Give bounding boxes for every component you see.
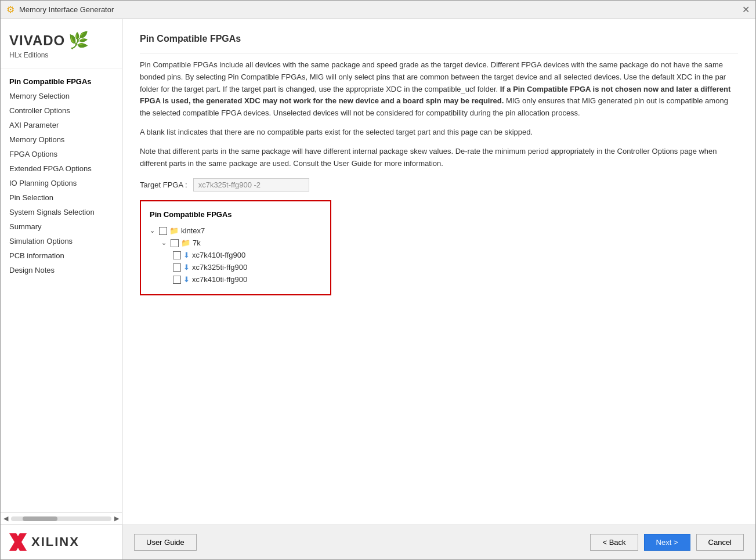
description-1: Pin Compatible FPGAs include all devices…: [140, 59, 738, 120]
sidebar-item-pcb-information[interactable]: PCB information: [1, 248, 122, 263]
vivado-brand-text: VIVADO: [9, 32, 65, 49]
tree-row-kintex7: ⌄ 📁 kintex7: [150, 225, 321, 237]
footer: User Guide < Back Next > Cancel: [122, 525, 755, 559]
fpga-box-title: Pin Compatible FPGAs: [150, 210, 321, 219]
sidebar-item-fpga-options[interactable]: FPGA Options: [1, 147, 122, 161]
main-window: ⚙ Memory Interface Generator ✕ VIVADO 🌿 …: [0, 0, 756, 560]
7k-label: 7k: [193, 239, 201, 247]
description-3: Note that different parts in the same pa…: [140, 146, 738, 170]
xc7k410ti-label: xc7k410ti-ffg900: [192, 275, 247, 284]
app-icon: ⚙: [6, 4, 15, 15]
sidebar-item-pin-compatible-fpgas[interactable]: Pin Compatible FPGAs: [1, 74, 122, 89]
scroll-right-button[interactable]: ▶: [114, 515, 119, 522]
sidebar: VIVADO 🌿 HLx Editions Pin Compatible FPG…: [1, 19, 122, 559]
nav-list: Pin Compatible FPGAs Memory Selection Co…: [1, 68, 122, 512]
user-guide-button[interactable]: User Guide: [134, 534, 197, 551]
target-fpga-input[interactable]: [193, 178, 309, 192]
main-content: VIVADO 🌿 HLx Editions Pin Compatible FPG…: [1, 19, 755, 559]
content-area: Pin Compatible FPGAs Pin Compatible FPGA…: [122, 19, 755, 559]
xilinx-x-icon: [9, 533, 27, 551]
leaf-icon: 🌿: [68, 31, 89, 50]
xilinx-brand-text: XILINX: [31, 534, 79, 550]
sidebar-logo: VIVADO 🌿 HLx Editions: [1, 19, 122, 68]
tree-root: ⌄ 📁 kintex7 ⌄ 📁 7k: [150, 225, 321, 286]
7k-toggle[interactable]: ⌄: [161, 239, 168, 247]
back-button[interactable]: < Back: [590, 534, 638, 551]
sidebar-xilinx-logo: XILINX: [1, 524, 122, 559]
sidebar-item-pin-selection[interactable]: Pin Selection: [1, 190, 122, 205]
tree-row-xc7k410t: ⬇ xc7k410t-ffg900: [173, 249, 321, 261]
sidebar-item-memory-selection[interactable]: Memory Selection: [1, 89, 122, 103]
xc7k410t-checkbox[interactable]: [173, 251, 181, 259]
sidebar-item-memory-options[interactable]: Memory Options: [1, 132, 122, 147]
description-2: A blank list indicates that there are no…: [140, 127, 738, 139]
xc7k325ti-label: xc7k325ti-ffg900: [192, 263, 247, 272]
tree-row-xc7k410ti: ⬇ xc7k410ti-ffg900: [173, 273, 321, 286]
content-inner: Pin Compatible FPGAs Pin Compatible FPGA…: [122, 19, 755, 525]
footer-left: User Guide: [134, 534, 197, 551]
target-fpga-label: Target FPGA :: [140, 180, 187, 189]
sidebar-item-summary[interactable]: Summary: [1, 219, 122, 234]
sidebar-scrollbar: ◀ ▶: [1, 512, 122, 524]
sidebar-item-design-notes[interactable]: Design Notes: [1, 263, 122, 277]
vivado-logo: VIVADO 🌿: [9, 31, 113, 50]
xc7k410t-file-icon: ⬇: [183, 251, 190, 259]
window-title: Memory Interface Generator: [19, 5, 114, 14]
xc7k410ti-file-icon: ⬇: [183, 275, 190, 284]
sidebar-item-system-signals-selection[interactable]: System Signals Selection: [1, 205, 122, 219]
scroll-track[interactable]: [11, 516, 111, 521]
sidebar-item-simulation-options[interactable]: Simulation Options: [1, 234, 122, 248]
hlx-editions-text: HLx Editions: [9, 51, 113, 59]
kintex7-checkbox[interactable]: [159, 227, 167, 235]
target-fpga-row: Target FPGA :: [140, 178, 738, 192]
sidebar-item-extended-fpga-options[interactable]: Extended FPGA Options: [1, 161, 122, 176]
kintex7-folder-icon: 📁: [169, 226, 179, 235]
xc7k325ti-checkbox[interactable]: [173, 263, 181, 272]
close-button[interactable]: ✕: [742, 4, 750, 15]
fpga-compatible-box: Pin Compatible FPGAs ⌄ 📁 kintex7: [140, 200, 331, 295]
tree-row-7k: ⌄ 📁 7k: [161, 237, 321, 249]
titlebar: ⚙ Memory Interface Generator ✕: [1, 1, 755, 19]
sidebar-item-io-planning-options[interactable]: IO Planning Options: [1, 176, 122, 190]
scroll-thumb: [23, 516, 57, 521]
7k-folder-icon: 📁: [181, 239, 190, 247]
cancel-button[interactable]: Cancel: [696, 534, 744, 551]
sidebar-item-controller-options[interactable]: Controller Options: [1, 103, 122, 118]
footer-right: < Back Next > Cancel: [590, 534, 744, 551]
scroll-left-button[interactable]: ◀: [3, 515, 8, 522]
sidebar-item-axi-parameter[interactable]: AXI Parameter: [1, 118, 122, 132]
7k-children: ⬇ xc7k410t-ffg900 ⬇ xc7k325ti-ffg900: [173, 249, 321, 286]
7k-checkbox[interactable]: [171, 239, 179, 247]
titlebar-left: ⚙ Memory Interface Generator: [6, 4, 114, 15]
kintex7-label: kintex7: [181, 226, 205, 235]
title-separator: [140, 53, 738, 53]
kintex7-children: ⌄ 📁 7k ⬇ xc7k410: [161, 237, 321, 286]
page-title: Pin Compatible FPGAs: [140, 34, 738, 44]
xilinx-logo: XILINX: [9, 533, 113, 551]
xc7k410t-label: xc7k410t-ffg900: [192, 251, 245, 259]
next-button[interactable]: Next >: [644, 534, 690, 551]
tree-row-xc7k325ti: ⬇ xc7k325ti-ffg900: [173, 261, 321, 273]
xc7k325ti-file-icon: ⬇: [183, 263, 190, 272]
kintex7-toggle[interactable]: ⌄: [150, 227, 157, 234]
xc7k410ti-checkbox[interactable]: [173, 276, 181, 284]
